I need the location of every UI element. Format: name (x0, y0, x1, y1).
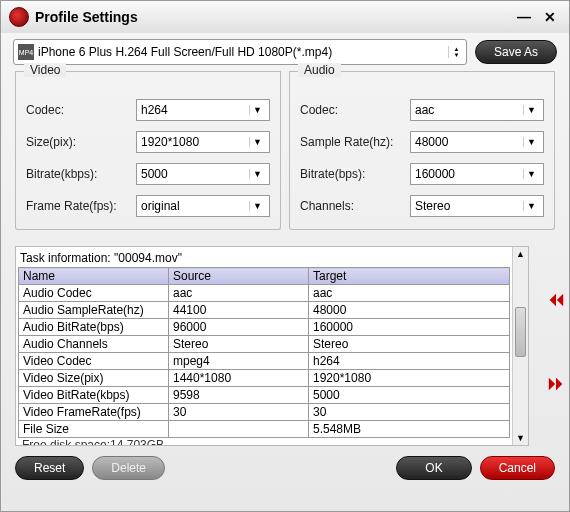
audio-section: Audio Codec: aac▼ Sample Rate(hz): 48000… (289, 71, 555, 230)
audio-ch-select[interactable]: Stereo▼ (410, 195, 544, 217)
chevron-down-icon: ▼ (249, 201, 265, 211)
video-fps-select[interactable]: original▼ (136, 195, 270, 217)
table-row[interactable]: Video Codecmpeg4h264 (19, 353, 510, 370)
audio-br-select[interactable]: 160000▼ (410, 163, 544, 185)
chevron-down-icon: ▼ (249, 137, 265, 147)
task-info-panel: Task information: "00094.mov" Name Sourc… (15, 246, 529, 446)
scrollbar-thumb[interactable] (515, 307, 526, 357)
chevron-down-icon: ▼ (523, 137, 539, 147)
vertical-scrollbar[interactable]: ▲ ▼ (512, 247, 528, 445)
audio-br-label: Bitrate(bps): (300, 167, 410, 181)
table-cell: 96000 (169, 319, 309, 336)
chevron-down-icon: ▼ (249, 105, 265, 115)
table-cell: Audio Codec (19, 285, 169, 302)
table-row[interactable]: File Size5.548MB (19, 421, 510, 438)
video-codec-select[interactable]: h264▼ (136, 99, 270, 121)
chevron-down-icon: ▼ (523, 169, 539, 179)
table-cell: 5.548MB (309, 421, 510, 438)
audio-codec-label: Codec: (300, 103, 410, 117)
save-as-button[interactable]: Save As (475, 40, 557, 64)
table-cell: 1920*1080 (309, 370, 510, 387)
table-cell: Audio Channels (19, 336, 169, 353)
table-row[interactable]: Video Size(pix)1440*10801920*1080 (19, 370, 510, 387)
col-name[interactable]: Name (19, 268, 169, 285)
video-bitrate-select[interactable]: 5000▼ (136, 163, 270, 185)
table-cell: File Size (19, 421, 169, 438)
table-cell: Video FrameRate(fps) (19, 404, 169, 421)
table-cell: Video Size(pix) (19, 370, 169, 387)
window-title: Profile Settings (35, 9, 509, 25)
video-fps-label: Frame Rate(fps): (26, 199, 136, 213)
table-cell: Video BitRate(kbps) (19, 387, 169, 404)
table-row[interactable]: Audio SampleRate(hz)4410048000 (19, 302, 510, 319)
table-cell (169, 421, 309, 438)
next-button[interactable] (545, 373, 567, 395)
delete-button[interactable]: Delete (92, 456, 165, 480)
table-cell: aac (309, 285, 510, 302)
table-cell: Stereo (169, 336, 309, 353)
audio-ch-label: Channels: (300, 199, 410, 213)
video-codec-label: Codec: (26, 103, 136, 117)
video-section-title: Video (24, 63, 66, 77)
audio-codec-select[interactable]: aac▼ (410, 99, 544, 121)
table-cell: Audio BitRate(bps) (19, 319, 169, 336)
chevron-down-icon: ▼ (523, 105, 539, 115)
profile-combo-value: iPhone 6 Plus H.264 Full Screen/Full HD … (38, 45, 448, 59)
scroll-down-icon[interactable]: ▼ (513, 433, 528, 443)
table-cell: 9598 (169, 387, 309, 404)
table-cell: 5000 (309, 387, 510, 404)
double-right-icon (547, 375, 565, 393)
spinner-icon[interactable]: ▲▼ (448, 46, 462, 58)
audio-sr-label: Sample Rate(hz): (300, 135, 410, 149)
table-row[interactable]: Video BitRate(kbps)95985000 (19, 387, 510, 404)
table-row[interactable]: Audio ChannelsStereoStereo (19, 336, 510, 353)
video-size-select[interactable]: 1920*1080▼ (136, 131, 270, 153)
audio-sr-select[interactable]: 48000▼ (410, 131, 544, 153)
video-size-label: Size(pix): (26, 135, 136, 149)
chevron-down-icon: ▼ (249, 169, 265, 179)
table-cell: 160000 (309, 319, 510, 336)
table-cell: 48000 (309, 302, 510, 319)
minimize-button[interactable]: — (513, 8, 535, 26)
col-target[interactable]: Target (309, 268, 510, 285)
titlebar: Profile Settings — ✕ (1, 1, 569, 33)
table-row[interactable]: Audio BitRate(bps)96000160000 (19, 319, 510, 336)
prev-button[interactable] (545, 289, 567, 311)
table-cell: 1440*1080 (169, 370, 309, 387)
mp4-icon: MP4 (18, 44, 34, 60)
video-section: Video Codec: h264▼ Size(pix): 1920*1080▼… (15, 71, 281, 230)
app-icon (9, 7, 29, 27)
audio-section-title: Audio (298, 63, 341, 77)
table-cell: Audio SampleRate(hz) (19, 302, 169, 319)
table-cell: 30 (309, 404, 510, 421)
cancel-button[interactable]: Cancel (480, 456, 555, 480)
table-cell: aac (169, 285, 309, 302)
scroll-up-icon[interactable]: ▲ (513, 249, 528, 259)
table-row[interactable]: Audio Codecaacaac (19, 285, 510, 302)
table-cell: 44100 (169, 302, 309, 319)
table-cell: Video Codec (19, 353, 169, 370)
table-cell: Stereo (309, 336, 510, 353)
double-left-icon (547, 291, 565, 309)
ok-button[interactable]: OK (396, 456, 471, 480)
free-disk-label: Free disk space:14.703GB (18, 438, 510, 445)
table-cell: 30 (169, 404, 309, 421)
table-cell: mpeg4 (169, 353, 309, 370)
chevron-down-icon: ▼ (523, 201, 539, 211)
table-row[interactable]: Video FrameRate(fps)3030 (19, 404, 510, 421)
reset-button[interactable]: Reset (15, 456, 84, 480)
col-source[interactable]: Source (169, 268, 309, 285)
video-bitrate-label: Bitrate(kbps): (26, 167, 136, 181)
profile-combo[interactable]: MP4 iPhone 6 Plus H.264 Full Screen/Full… (13, 39, 467, 65)
task-info-label: Task information: "00094.mov" (18, 249, 510, 267)
task-table: Name Source Target Audio CodecaacaacAudi… (18, 267, 510, 438)
table-cell: h264 (309, 353, 510, 370)
close-button[interactable]: ✕ (539, 8, 561, 26)
